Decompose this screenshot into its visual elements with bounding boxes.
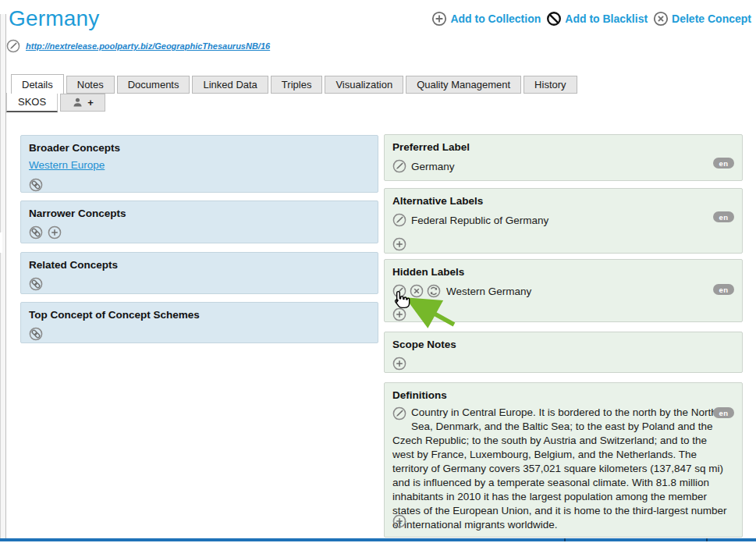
page-title: Germany	[9, 6, 100, 31]
header-actions: Add to Collection Add to Blacklist Delet…	[431, 11, 751, 27]
add-icon[interactable]	[392, 307, 406, 321]
add-to-collection-button[interactable]: Add to Collection	[431, 11, 541, 27]
hidden-labels-panel: Hidden Labels Western Germany en	[384, 259, 743, 322]
panel-title: Hidden Labels	[392, 266, 734, 278]
splitter-grip[interactable]	[0, 232, 2, 253]
link-icon[interactable]	[29, 327, 43, 341]
hidden-label-value: Western Germany	[446, 286, 531, 297]
preferred-label-panel: Preferred Label Germany en	[384, 134, 743, 181]
add-icon[interactable]	[392, 357, 406, 371]
person-icon	[72, 97, 83, 108]
edit-icon[interactable]	[392, 159, 406, 173]
concept-uri-row: http://nextrelease.poolparty.biz/Geograp…	[6, 39, 270, 53]
language-badge: en	[713, 211, 734, 222]
edit-icon[interactable]	[392, 284, 406, 298]
language-badge: en	[713, 407, 734, 418]
panel-title: Top Concept of Concept Schemes	[29, 309, 370, 321]
link-icon[interactable]	[29, 178, 43, 192]
delete-icon[interactable]	[410, 284, 424, 298]
add-icon[interactable]	[392, 237, 406, 251]
link-icon[interactable]	[29, 277, 43, 291]
delete-circle-icon	[653, 11, 669, 27]
definition-value: Country in Central Europe. It is bordere…	[392, 406, 727, 531]
tab-visualization[interactable]: Visualization	[325, 76, 403, 94]
tab-history[interactable]: History	[524, 76, 577, 94]
panel-title: Alternative Labels	[392, 195, 734, 207]
panel-title: Broader Concepts	[29, 142, 370, 154]
subtab-add-custom-scheme[interactable]: +	[60, 94, 105, 112]
main-tab-bar: Details Notes Documents Linked Data Trip…	[11, 74, 577, 94]
definitions-panel: Definitions Country in Central Europe. I…	[384, 382, 743, 538]
panel-title: Narrower Concepts	[29, 208, 370, 219]
horizontal-splitter-bar[interactable]	[0, 538, 756, 541]
tab-triples[interactable]: Triples	[271, 76, 323, 94]
edit-icon[interactable]	[392, 213, 406, 227]
blacklist-icon	[546, 11, 562, 27]
splitter-tick	[564, 538, 566, 541]
broader-concept-link[interactable]: Western Europe	[29, 159, 105, 171]
edit-icon[interactable]	[392, 406, 406, 421]
scope-notes-panel: Scope Notes	[384, 332, 743, 373]
narrower-concepts-panel: Narrower Concepts	[20, 201, 378, 243]
tab-linked-data[interactable]: Linked Data	[192, 76, 268, 94]
add-icon[interactable]	[392, 514, 406, 528]
convert-icon[interactable]	[427, 284, 441, 298]
tab-quality-management[interactable]: Quality Management	[406, 76, 521, 94]
add-to-blacklist-button[interactable]: Add to Blacklist	[546, 11, 648, 27]
edit-icon[interactable]	[6, 39, 20, 53]
panel-title: Related Concepts	[29, 259, 370, 271]
splitter-tick	[706, 538, 708, 541]
add-icon[interactable]	[48, 225, 62, 240]
related-concepts-panel: Related Concepts	[20, 252, 378, 294]
tree-panel-splitter[interactable]	[0, 14, 6, 538]
alternative-labels-panel: Alternative Labels Federal Republic of G…	[384, 188, 743, 254]
subtab-skos[interactable]: SKOS	[6, 93, 58, 112]
link-icon[interactable]	[29, 225, 43, 240]
definition-text: Country in Central Europe. It is bordere…	[392, 406, 734, 532]
poolparty-concept-details-page: Germany http://nextrelease.poolparty.biz…	[0, 0, 756, 543]
schema-subtab-bar: SKOS +	[6, 93, 105, 112]
panel-title: Preferred Label	[392, 141, 734, 153]
language-badge: en	[713, 284, 734, 295]
concept-uri-link[interactable]: http://nextrelease.poolparty.biz/Geograp…	[26, 41, 270, 51]
add-circle-icon	[431, 11, 447, 27]
alternative-label-value: Federal Republic of Germany	[411, 215, 548, 226]
top-concept-panel: Top Concept of Concept Schemes	[20, 302, 378, 343]
tab-notes[interactable]: Notes	[66, 76, 115, 94]
panel-title: Definitions	[392, 389, 734, 401]
preferred-label-value: Germany	[411, 161, 455, 172]
tab-details[interactable]: Details	[11, 74, 64, 94]
tab-documents[interactable]: Documents	[117, 76, 190, 94]
language-badge: en	[713, 158, 734, 169]
panel-title: Scope Notes	[392, 339, 734, 350]
delete-concept-button[interactable]: Delete Concept	[653, 11, 751, 27]
broader-concepts-panel: Broader Concepts Western Europe	[20, 135, 378, 193]
